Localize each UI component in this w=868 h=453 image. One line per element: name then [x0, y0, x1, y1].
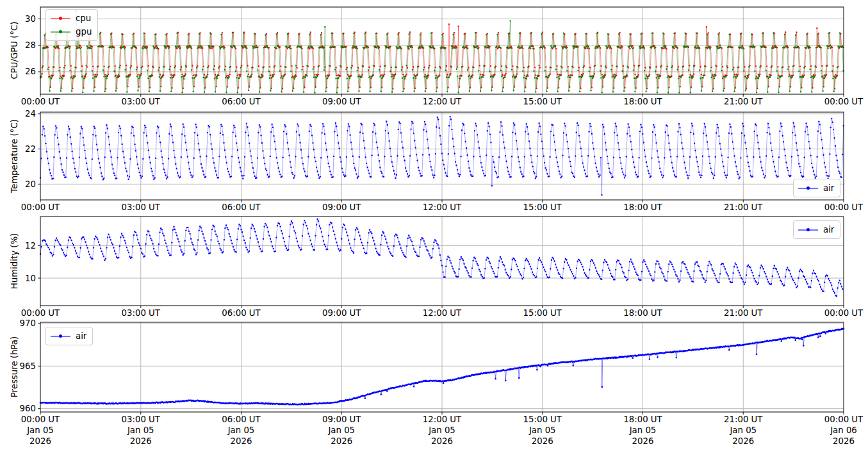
x-tick-date-label: Jan 05: [528, 425, 556, 435]
panel-humidity-: 00:00 UT03:00 UT06:00 UT09:00 UT12:00 UT…: [21, 217, 864, 318]
legend-entry-air: air: [798, 223, 834, 236]
y-tick-label: 20: [25, 179, 36, 189]
x-tick-label: 00:00 UT: [21, 97, 60, 106]
x-tick-label: 12:00 UT: [423, 202, 462, 212]
x-tick-label: 15:00 UT: [523, 97, 562, 106]
x-tick-year-label: 2026: [732, 436, 754, 446]
legend-entry-gpu: gpu: [51, 25, 92, 38]
x-tick-year-label: 2026: [632, 436, 654, 446]
legend-temperature-air: air: [793, 179, 840, 197]
x-tick-label: 15:00 UT: [523, 415, 562, 424]
x-tick-label: 12:00 UT: [423, 97, 462, 106]
y-tick-label: 12: [25, 241, 36, 251]
x-tick-label: 21:00 UT: [724, 202, 763, 212]
legend-entry-air: air: [51, 329, 86, 343]
x-tick-label: 12:00 UT: [423, 415, 462, 424]
y-tick-label: 10: [25, 274, 36, 283]
x-tick-label: 00:00 UT: [824, 97, 864, 106]
x-tick-label: 03:00 UT: [122, 308, 161, 318]
x-tick-label: 21:00 UT: [724, 415, 763, 424]
x-tick-label: 09:00 UT: [322, 415, 361, 424]
legend-marker-gpu: [51, 28, 70, 36]
panel-temperature-c-: 00:00 UT03:00 UT06:00 UT09:00 UT12:00 UT…: [21, 109, 864, 212]
x-tick-year-label: 2026: [833, 436, 855, 446]
x-tick-label: 15:00 UT: [523, 202, 562, 212]
y-tick-label: 24: [25, 109, 36, 119]
legend-marker-air: [798, 226, 818, 234]
legend-label-air: air: [76, 331, 86, 341]
x-tick-label: 18:00 UT: [623, 97, 662, 106]
panel-pressure-hpa-: 00:00 UTJan 05202603:00 UTJan 05202606:0…: [20, 318, 864, 446]
legend-marker-air: [798, 184, 818, 192]
y-axis-label-cpu-gpu: CPU/GPU (°C): [9, 0, 20, 105]
panel-cpu-gpu-c-: 00:00 UT03:00 UT06:00 UT09:00 UT12:00 UT…: [21, 7, 864, 106]
x-tick-label: 09:00 UT: [322, 202, 361, 212]
x-tick-date-label: Jan 05: [629, 425, 657, 435]
x-tick-label: 03:00 UT: [122, 97, 161, 106]
y-tick-label: 965: [20, 361, 36, 371]
x-tick-label: 09:00 UT: [322, 308, 361, 318]
y-axis-label-temperature: Temperature (°C): [9, 102, 20, 211]
y-tick-label: 28: [25, 40, 36, 50]
x-tick-label: 21:00 UT: [724, 308, 763, 318]
x-tick-year-label: 2026: [331, 436, 352, 446]
x-tick-label: 06:00 UT: [222, 202, 261, 212]
x-tick-year-label: 2026: [532, 436, 553, 446]
y-axis-label-pressure: Pressure (hPa): [9, 313, 20, 422]
legend-marker-cpu: [51, 14, 70, 22]
x-tick-date-label: Jan 05: [127, 425, 154, 435]
x-tick-date-label: Jan 05: [428, 425, 455, 435]
series-line-air: [40, 219, 842, 296]
x-tick-label: 03:00 UT: [122, 415, 161, 424]
legend-label-air: air: [823, 183, 834, 193]
y-tick-label: 970: [20, 318, 36, 328]
legend-cpu-gpu: cpu gpu: [45, 9, 98, 41]
series-markers-air: [40, 219, 842, 296]
x-tick-label: 06:00 UT: [222, 415, 261, 424]
x-tick-label: 18:00 UT: [623, 415, 662, 424]
x-tick-label: 03:00 UT: [122, 202, 161, 212]
x-tick-date-label: Jan 05: [729, 425, 757, 435]
y-tick-label: 22: [25, 144, 36, 154]
legend-humidity-air: air: [793, 220, 840, 239]
x-tick-label: 00:00 UT: [824, 308, 864, 318]
x-tick-label: 06:00 UT: [222, 97, 261, 106]
plot-canvas: 00:00 UT03:00 UT06:00 UT09:00 UT12:00 UT…: [0, 0, 868, 453]
x-tick-label: 00:00 UT: [824, 415, 864, 424]
figure-sensor-timeseries: 00:00 UT03:00 UT06:00 UT09:00 UT12:00 UT…: [0, 0, 868, 453]
legend-label-air: air: [823, 225, 834, 235]
x-tick-year-label: 2026: [130, 436, 152, 446]
x-tick-label: 12:00 UT: [423, 308, 462, 318]
legend-entry-air: air: [798, 181, 834, 195]
legend-entry-cpu: cpu: [51, 12, 92, 25]
x-tick-label: 15:00 UT: [523, 308, 562, 318]
y-axis-label-humidity: Humidity (%): [9, 207, 20, 316]
x-tick-date-label: Jan 05: [227, 425, 255, 435]
x-tick-label: 00:00 UT: [21, 415, 60, 424]
x-tick-label: 18:00 UT: [623, 202, 662, 212]
x-tick-date-label: Jan 05: [327, 425, 355, 435]
x-tick-label: 00:00 UT: [21, 308, 60, 318]
x-tick-label: 21:00 UT: [724, 97, 763, 106]
x-tick-label: 00:00 UT: [824, 202, 864, 212]
y-tick-label: 30: [25, 14, 36, 24]
x-tick-label: 06:00 UT: [222, 308, 261, 318]
x-tick-year-label: 2026: [431, 436, 453, 446]
legend-pressure-air: air: [45, 327, 93, 345]
x-tick-date-label: Jan 05: [26, 425, 54, 435]
y-tick-label: 960: [20, 404, 36, 413]
legend-marker-air: [51, 332, 70, 340]
x-tick-year-label: 2026: [29, 436, 51, 446]
legend-label-cpu: cpu: [76, 13, 91, 23]
x-tick-label: 18:00 UT: [623, 308, 662, 318]
legend-label-gpu: gpu: [76, 27, 92, 37]
x-tick-label: 09:00 UT: [322, 97, 361, 106]
y-tick-label: 26: [25, 67, 36, 76]
x-tick-label: 00:00 UT: [21, 202, 60, 212]
x-tick-date-label: Jan 06: [830, 425, 857, 435]
x-tick-year-label: 2026: [231, 436, 252, 446]
